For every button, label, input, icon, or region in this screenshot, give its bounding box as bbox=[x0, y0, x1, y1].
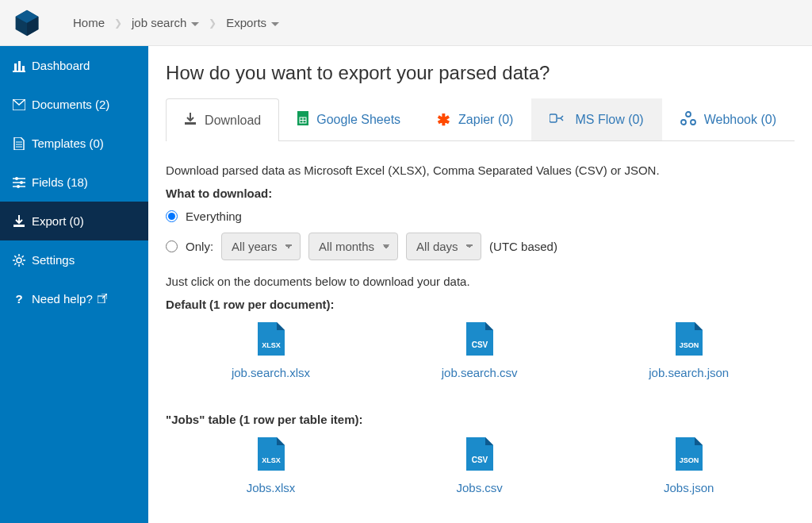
svg-rect-6 bbox=[22, 66, 25, 71]
radio-everything[interactable] bbox=[166, 210, 178, 222]
app-logo bbox=[13, 9, 41, 37]
question-icon: ? bbox=[11, 292, 27, 306]
select-days[interactable]: All days bbox=[406, 233, 481, 260]
svg-text:JSON: JSON bbox=[679, 456, 699, 464]
sliders-icon bbox=[11, 177, 27, 188]
file-jobs-xlsx[interactable]: XLSX Jobs.xlsx bbox=[247, 437, 296, 494]
file-csv-icon: CSV bbox=[466, 437, 493, 473]
webhook-icon bbox=[680, 111, 696, 129]
svg-text:JSON: JSON bbox=[679, 341, 699, 349]
breadcrumb-jobsearch[interactable]: job search bbox=[132, 16, 199, 29]
file-jobsearch-csv[interactable]: CSV job.search.csv bbox=[442, 322, 518, 379]
breadcrumb-home[interactable]: Home bbox=[73, 16, 105, 29]
svg-text:CSV: CSV bbox=[471, 340, 488, 349]
utc-label: (UTC based) bbox=[489, 240, 557, 253]
svg-text:XLSX: XLSX bbox=[262, 456, 281, 464]
svg-point-27 bbox=[681, 120, 686, 125]
envelope-icon bbox=[11, 99, 27, 110]
gear-icon bbox=[11, 254, 27, 267]
svg-point-14 bbox=[20, 181, 23, 184]
google-sheets-icon bbox=[297, 111, 308, 129]
file-json-icon: JSON bbox=[676, 437, 703, 473]
radio-only[interactable] bbox=[166, 240, 178, 252]
radio-only-row: Only: All years All months All days (UTC… bbox=[166, 233, 795, 260]
file-csv-icon: CSV bbox=[466, 322, 493, 358]
svg-point-26 bbox=[686, 112, 691, 117]
select-years[interactable]: All years bbox=[221, 233, 301, 260]
select-months[interactable]: All months bbox=[308, 233, 398, 260]
sidebar-item-templates[interactable]: Templates (0) bbox=[0, 124, 148, 163]
tab-msflow[interactable]: MS Flow (0) bbox=[531, 98, 661, 140]
chevron-right-icon: ❯ bbox=[209, 17, 216, 29]
file-jobsearch-xlsx[interactable]: XLSX job.search.xlsx bbox=[232, 322, 310, 379]
download-icon bbox=[11, 215, 27, 228]
radio-everything-row: Everything bbox=[166, 210, 795, 223]
sidebar-item-dashboard[interactable]: Dashboard bbox=[0, 46, 148, 85]
svg-point-18 bbox=[17, 258, 21, 263]
svg-rect-25 bbox=[550, 114, 557, 122]
chevron-right-icon: ❯ bbox=[114, 17, 122, 29]
msflow-icon bbox=[550, 112, 567, 128]
sidebar: Dashboard Documents (2) Templates (0) Fi… bbox=[0, 46, 148, 523]
sidebar-item-documents[interactable]: Documents (2) bbox=[0, 85, 148, 124]
svg-point-12 bbox=[15, 177, 18, 180]
download-icon bbox=[184, 113, 197, 129]
tab-download[interactable]: Download bbox=[166, 98, 279, 141]
jobs-files: XLSX Jobs.xlsx CSV Jobs.csv JSON Jobs.js… bbox=[166, 437, 795, 494]
default-files: XLSX job.search.xlsx CSV job.search.csv … bbox=[166, 322, 795, 379]
zapier-icon: ✱ bbox=[437, 110, 450, 129]
tabs: Download Google Sheets ✱ Zapier (0) MS F… bbox=[166, 98, 795, 141]
file-jobs-csv[interactable]: CSV Jobs.csv bbox=[457, 437, 503, 494]
instructions: Just click on the documents below to dow… bbox=[166, 275, 795, 288]
svg-text:CSV: CSV bbox=[471, 456, 488, 464]
header: Home ❯ job search ❯ Exports bbox=[0, 0, 812, 46]
file-xlsx-icon: XLSX bbox=[258, 322, 285, 358]
svg-rect-4 bbox=[14, 63, 17, 71]
external-link-icon bbox=[98, 292, 107, 306]
sidebar-item-help[interactable]: ? Need help? bbox=[0, 279, 148, 318]
bar-chart-icon bbox=[11, 60, 27, 72]
svg-rect-3 bbox=[13, 71, 25, 72]
tab-content-download: Download parsed data as Microsoft Excel … bbox=[166, 141, 795, 494]
what-to-download-label: What to download: bbox=[166, 187, 795, 200]
file-jobsearch-json[interactable]: JSON job.search.json bbox=[649, 322, 729, 379]
svg-rect-17 bbox=[13, 225, 25, 227]
tab-zapier[interactable]: ✱ Zapier (0) bbox=[419, 98, 531, 140]
jobs-section-title: "Jobs" table (1 row per table item): bbox=[166, 413, 795, 426]
tab-webhook[interactable]: Webhook (0) bbox=[662, 98, 795, 140]
svg-rect-20 bbox=[185, 122, 196, 125]
sidebar-item-export[interactable]: Export (0) bbox=[0, 202, 148, 240]
file-jobs-json[interactable]: JSON Jobs.json bbox=[664, 437, 714, 494]
breadcrumb: Home ❯ job search ❯ Exports bbox=[73, 16, 279, 29]
download-description: Download parsed data as Microsoft Excel … bbox=[166, 163, 795, 177]
sidebar-item-settings[interactable]: Settings bbox=[0, 240, 148, 279]
svg-rect-5 bbox=[18, 61, 21, 71]
breadcrumb-exports[interactable]: Exports bbox=[226, 16, 279, 29]
default-section-title: Default (1 row per document): bbox=[166, 298, 795, 311]
caret-down-icon bbox=[191, 22, 199, 26]
caret-down-icon bbox=[271, 22, 279, 26]
document-icon bbox=[11, 137, 27, 150]
page-title: How do you want to export your parsed da… bbox=[166, 62, 795, 84]
sidebar-item-fields[interactable]: Fields (18) bbox=[0, 163, 148, 202]
svg-text:XLSX: XLSX bbox=[262, 341, 281, 349]
file-xlsx-icon: XLSX bbox=[258, 437, 285, 473]
svg-point-28 bbox=[691, 120, 695, 125]
svg-point-16 bbox=[17, 185, 20, 188]
tab-sheets[interactable]: Google Sheets bbox=[279, 98, 419, 140]
main-content: How do you want to export your parsed da… bbox=[148, 46, 812, 523]
file-json-icon: JSON bbox=[676, 322, 703, 358]
